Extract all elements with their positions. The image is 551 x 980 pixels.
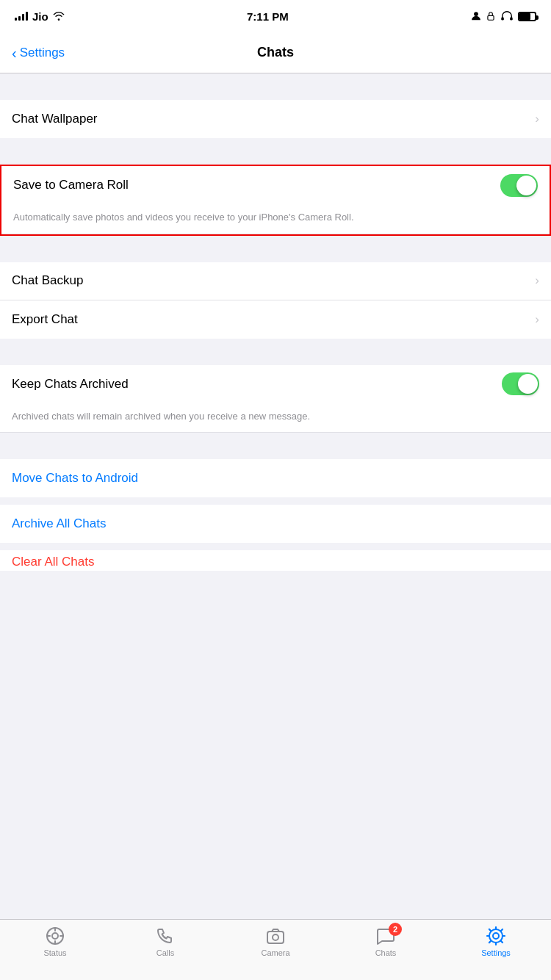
clear-all-chats-label: Clear All Chats xyxy=(0,550,551,569)
spacer-4 xyxy=(0,339,551,365)
chat-wallpaper-label: Chat Wallpaper xyxy=(12,112,98,126)
move-android-section: Move Chats to Android xyxy=(0,459,551,497)
chats-badge: 2 xyxy=(389,923,402,936)
export-chat-item[interactable]: Export Chat › xyxy=(0,300,551,339)
spacer-7 xyxy=(0,543,551,550)
status-bar-time: 7:11 PM xyxy=(247,10,289,23)
tab-calls[interactable]: Calls xyxy=(140,926,191,957)
camera-tab-label: Camera xyxy=(261,948,289,957)
status-bar: Jio 7:11 PM xyxy=(0,0,551,32)
status-bar-right xyxy=(471,11,536,21)
keep-archived-item[interactable]: Keep Chats Archived xyxy=(0,365,551,403)
chat-wallpaper-item[interactable]: Chat Wallpaper › xyxy=(0,100,551,138)
person-icon xyxy=(471,11,481,21)
archive-all-section: Archive All Chats xyxy=(0,505,551,543)
svg-rect-2 xyxy=(501,17,504,20)
status-tab-label: Status xyxy=(43,948,66,957)
nav-back-label: Settings xyxy=(20,46,65,60)
toggle-knob xyxy=(516,176,536,195)
nav-header: ‹ Settings Chats xyxy=(0,32,551,73)
spacer-6 xyxy=(0,497,551,505)
export-chat-label: Export Chat xyxy=(12,312,78,327)
chats-tab-label: Chats xyxy=(375,948,397,957)
page-title: Chats xyxy=(257,45,294,60)
keep-archived-label: Keep Chats Archived xyxy=(12,377,129,392)
spacer-2 xyxy=(0,138,551,165)
archive-all-item[interactable]: Archive All Chats xyxy=(0,505,551,543)
tab-camera[interactable]: Camera xyxy=(250,926,301,957)
status-bar-left: Jio xyxy=(15,10,65,23)
headphone-icon xyxy=(500,11,514,21)
svg-rect-1 xyxy=(488,15,494,20)
wifi-icon xyxy=(53,12,65,21)
svg-point-5 xyxy=(52,933,58,939)
battery-icon xyxy=(518,12,536,21)
calls-tab-icon xyxy=(155,926,176,946)
svg-rect-3 xyxy=(510,17,513,20)
keep-archived-toggle-knob xyxy=(518,374,538,394)
status-tab-icon xyxy=(45,926,65,946)
keep-archived-section: Keep Chats Archived Archived chats will … xyxy=(0,365,551,433)
keep-archived-description: Archived chats will remain archived when… xyxy=(0,403,551,433)
chat-backup-chevron-icon: › xyxy=(535,273,539,288)
svg-point-12 xyxy=(493,933,499,939)
chat-backup-label: Chat Backup xyxy=(12,273,83,288)
save-camera-roll-section: Save to Camera Roll Automatically save p… xyxy=(0,165,551,236)
svg-point-0 xyxy=(474,12,478,16)
tab-settings[interactable]: Settings xyxy=(470,926,522,957)
backup-export-section: Chat Backup › Export Chat › xyxy=(0,262,551,339)
chat-wallpaper-chevron-icon: › xyxy=(535,112,539,126)
settings-tab-label: Settings xyxy=(481,948,511,957)
tab-chats[interactable]: 2 Chats xyxy=(360,926,411,957)
svg-point-13 xyxy=(489,929,503,943)
spacer-5 xyxy=(0,433,551,459)
tab-bar: Status Calls Camera 2 Chats xyxy=(0,919,551,980)
lock-icon xyxy=(486,11,496,21)
spacer-1 xyxy=(0,73,551,100)
save-camera-roll-label: Save to Camera Roll xyxy=(13,178,129,192)
camera-tab-icon xyxy=(265,926,286,946)
chats-tab-icon: 2 xyxy=(375,926,396,946)
chat-backup-item[interactable]: Chat Backup › xyxy=(0,262,551,300)
keep-archived-toggle[interactable] xyxy=(502,372,539,395)
svg-point-11 xyxy=(273,934,278,940)
calls-tab-label: Calls xyxy=(156,948,174,957)
tab-status[interactable]: Status xyxy=(29,926,81,957)
spacer-3 xyxy=(0,236,551,262)
clear-all-chats-section: Clear All Chats xyxy=(0,550,551,571)
signal-bars-icon xyxy=(15,12,28,21)
save-camera-roll-item[interactable]: Save to Camera Roll xyxy=(1,166,550,204)
back-chevron-icon: ‹ xyxy=(12,46,17,60)
carrier-label: Jio xyxy=(32,10,48,23)
archive-all-label: Archive All Chats xyxy=(12,516,107,531)
nav-back-button[interactable]: ‹ Settings xyxy=(12,46,65,60)
move-android-item[interactable]: Move Chats to Android xyxy=(0,459,551,497)
settings-tab-icon xyxy=(486,926,506,946)
move-android-label: Move Chats to Android xyxy=(12,471,138,486)
svg-rect-10 xyxy=(267,932,284,943)
content-area: Chat Wallpaper › Save to Camera Roll Aut… xyxy=(0,73,551,644)
chat-wallpaper-section: Chat Wallpaper › xyxy=(0,100,551,138)
export-chat-chevron-icon: › xyxy=(535,312,539,327)
save-camera-roll-description: Automatically save photos and videos you… xyxy=(1,204,550,234)
save-camera-roll-toggle[interactable] xyxy=(500,174,538,197)
